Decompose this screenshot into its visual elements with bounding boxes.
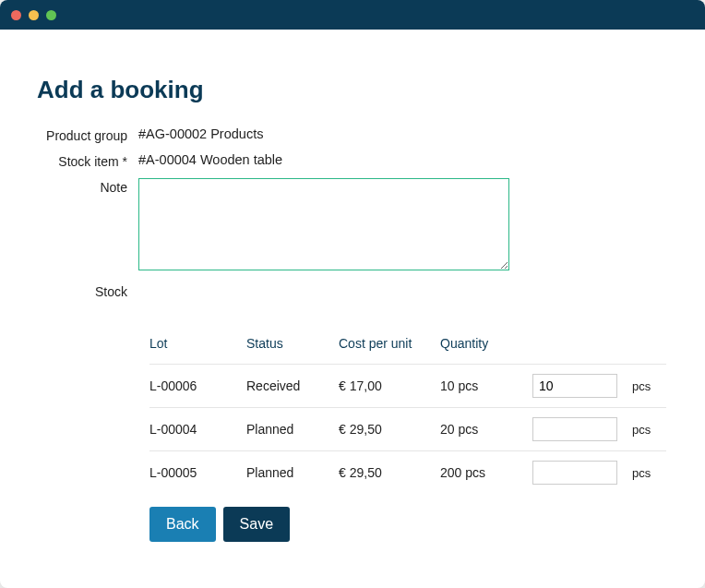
cell-cost: € 29,50 <box>339 422 440 437</box>
stock-table: Lot Status Cost per unit Quantity L-0000… <box>149 336 666 494</box>
page-title: Add a booking <box>37 76 668 104</box>
header-lot: Lot <box>149 336 246 351</box>
cell-status: Planned <box>246 422 339 437</box>
note-textarea[interactable] <box>138 178 509 270</box>
cell-status: Received <box>246 378 339 393</box>
save-button[interactable]: Save <box>223 507 290 542</box>
stock-label: Stock <box>37 282 138 299</box>
cell-cost: € 29,50 <box>339 465 440 480</box>
table-header: Lot Status Cost per unit Quantity <box>149 336 666 364</box>
cell-lot: L-00005 <box>149 465 246 480</box>
table-row: L-00005 Planned € 29,50 200 pcs pcs <box>149 450 666 494</box>
stock-item-value: #A-00004 Wooden table <box>138 152 668 167</box>
quantity-input[interactable] <box>532 374 617 398</box>
stock-item-label: Stock item * <box>37 152 138 169</box>
maximize-icon[interactable] <box>46 10 56 20</box>
content-area: Add a booking Product group #AG-00002 Pr… <box>0 30 705 588</box>
header-status: Status <box>246 336 339 351</box>
button-group: Back Save <box>149 507 668 542</box>
titlebar <box>0 0 705 30</box>
unit-label: pcs <box>625 466 663 480</box>
table-row: L-00004 Planned € 29,50 20 pcs pcs <box>149 407 666 450</box>
unit-label: pcs <box>625 379 663 393</box>
product-group-value: #AG-00002 Products <box>138 126 668 141</box>
cell-quantity: 200 pcs <box>440 465 532 480</box>
app-window: Add a booking Product group #AG-00002 Pr… <box>0 0 705 588</box>
note-label: Note <box>37 178 138 195</box>
back-button[interactable]: Back <box>149 507 216 542</box>
cell-quantity: 20 pcs <box>440 422 532 437</box>
product-group-label: Product group <box>37 126 138 143</box>
stock-row: Stock <box>37 282 668 299</box>
cell-lot: L-00004 <box>149 422 246 437</box>
close-icon[interactable] <box>11 10 21 20</box>
cell-cost: € 17,00 <box>339 378 440 393</box>
note-row: Note <box>37 178 668 273</box>
unit-label: pcs <box>625 423 663 437</box>
cell-quantity: 10 pcs <box>440 378 532 393</box>
quantity-input[interactable] <box>532 461 617 485</box>
header-cost: Cost per unit <box>339 336 440 351</box>
cell-status: Planned <box>246 465 339 480</box>
cell-lot: L-00006 <box>149 378 246 393</box>
stock-item-row: Stock item * #A-00004 Wooden table <box>37 152 668 169</box>
quantity-input[interactable] <box>532 417 617 441</box>
product-group-row: Product group #AG-00002 Products <box>37 126 668 143</box>
header-quantity: Quantity <box>440 336 532 351</box>
minimize-icon[interactable] <box>29 10 39 20</box>
table-row: L-00006 Received € 17,00 10 pcs pcs <box>149 364 666 407</box>
